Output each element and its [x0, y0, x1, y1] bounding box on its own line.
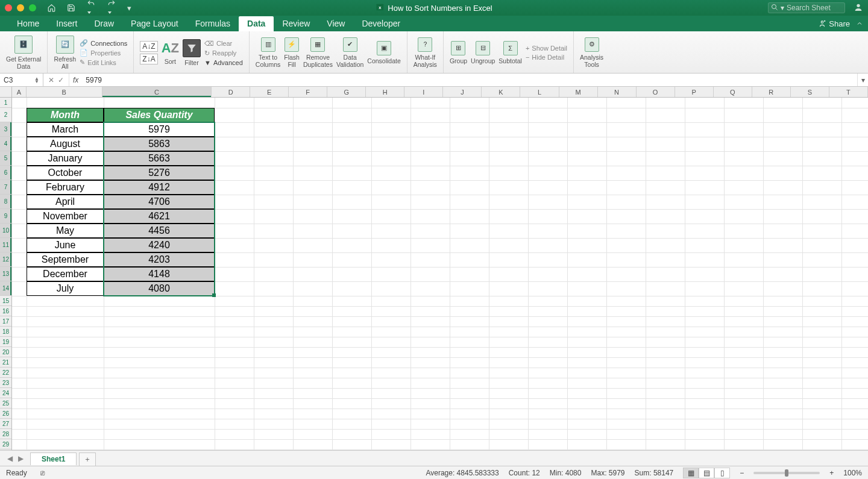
search-sheet-box[interactable]: ▾ [768, 2, 845, 13]
cell-C2[interactable]: Sales Quantity [104, 108, 215, 122]
tab-nav-prev[interactable]: ◀ [5, 454, 14, 463]
home-icon[interactable] [47, 4, 56, 12]
column-header-H[interactable]: H [366, 87, 404, 97]
add-sheet-button[interactable]: ＋ [79, 452, 96, 466]
search-sheet-input[interactable] [787, 4, 841, 12]
connections-button[interactable]: 🔗Connections [80, 39, 127, 47]
subtotal-button[interactable]: ΣSubtotal [498, 41, 522, 65]
cell-C10[interactable]: 4456 [104, 224, 215, 238]
name-box[interactable]: C3 ▲▼ [0, 74, 43, 86]
flash-fill-button[interactable]: ⚡Flash Fill [284, 37, 300, 68]
menu-tab-formulas[interactable]: Formulas [187, 16, 239, 31]
worksheet-grid[interactable]: ABCDEFGHIJKLMNOPQRST 1234567891011121314… [0, 87, 868, 450]
column-header-B[interactable]: B [27, 87, 102, 97]
cell-C6[interactable]: 5276 [104, 166, 215, 180]
cell-C13[interactable]: 4148 [104, 267, 215, 281]
menu-tab-review[interactable]: Review [274, 16, 318, 31]
column-header-J[interactable]: J [443, 87, 482, 97]
sort-button[interactable]: AZSort [162, 40, 179, 66]
cell-B13[interactable]: December [27, 267, 104, 281]
column-header-O[interactable]: O [637, 87, 675, 97]
row-header-2[interactable]: 2 [0, 108, 11, 122]
row-header-27[interactable]: 27 [0, 419, 11, 429]
row-header-16[interactable]: 16 [0, 306, 11, 316]
cell-C12[interactable]: 4203 [104, 252, 215, 267]
undo-icon[interactable] [86, 0, 96, 17]
column-header-Q[interactable]: Q [714, 87, 752, 97]
row-header-26[interactable]: 26 [0, 409, 11, 419]
normal-view-button[interactable]: ▦ [683, 468, 699, 478]
cell-B3[interactable]: March [27, 122, 104, 137]
cell-C5[interactable]: 5663 [104, 151, 215, 166]
row-header-5[interactable]: 5 [0, 151, 11, 166]
cell-C9[interactable]: 4621 [104, 209, 215, 224]
expand-formula-bar-icon[interactable]: ▾ [857, 74, 868, 86]
column-header-N[interactable]: N [598, 87, 637, 97]
cell-C14[interactable]: 4080 [104, 281, 215, 296]
column-header-E[interactable]: E [250, 87, 289, 97]
edit-links-button[interactable]: ✎Edit Links [80, 58, 116, 66]
column-header-C[interactable]: C [102, 87, 212, 97]
row-header-8[interactable]: 8 [0, 195, 11, 209]
row-header-10[interactable]: 10 [0, 224, 11, 238]
maximize-window-button[interactable] [29, 4, 36, 11]
row-header-12[interactable]: 12 [0, 252, 11, 267]
column-header-I[interactable]: I [404, 87, 443, 97]
active-cell[interactable]: 5979 [104, 122, 215, 137]
get-external-data-button[interactable]: 🗄️Get External Data [6, 36, 41, 70]
advanced-filter-button[interactable]: ▼Advanced [204, 59, 243, 66]
refresh-all-button[interactable]: 🔄Refresh All [54, 36, 76, 70]
sort-asc-button[interactable]: A↓Z [140, 41, 157, 52]
collapse-ribbon-icon[interactable] [856, 20, 863, 27]
cell-B8[interactable]: April [27, 195, 104, 209]
row-header-29[interactable]: 29 [0, 439, 11, 449]
show-detail-button[interactable]: +Show Detail [526, 45, 567, 52]
row-header-9[interactable]: 9 [0, 209, 11, 224]
row-header-13[interactable]: 13 [0, 267, 11, 281]
row-header-19[interactable]: 19 [0, 337, 11, 347]
row-header-22[interactable]: 22 [0, 368, 11, 378]
cell-C4[interactable]: 5863 [104, 137, 215, 151]
analysis-tools-button[interactable]: ⚙Analysis Tools [580, 37, 603, 68]
properties-button[interactable]: 📄Properties [80, 49, 121, 57]
clear-filter-button[interactable]: ⌫Clear [204, 40, 232, 48]
menu-tab-developer[interactable]: Developer [353, 16, 409, 31]
row-header-14[interactable]: 14 [0, 281, 11, 296]
redo-icon[interactable] [107, 0, 116, 17]
select-all-corner[interactable] [0, 87, 12, 98]
column-header-D[interactable]: D [212, 87, 250, 97]
column-header-T[interactable]: T [829, 87, 868, 97]
cell-B14[interactable]: July [27, 281, 104, 296]
row-header-6[interactable]: 6 [0, 166, 11, 180]
row-header-30[interactable]: 30 [0, 449, 11, 450]
menu-tab-page-layout[interactable]: Page Layout [122, 16, 187, 31]
page-break-view-button[interactable]: ▯ [714, 468, 730, 478]
menu-tab-data[interactable]: Data [239, 16, 274, 31]
consolidate-button[interactable]: ▣Consolidate [367, 41, 400, 65]
column-header-L[interactable]: L [520, 87, 559, 97]
cell-B9[interactable]: November [27, 209, 104, 224]
cell-C8[interactable]: 4706 [104, 195, 215, 209]
ungroup-button[interactable]: ⊟Ungroup [471, 41, 495, 65]
row-header-3[interactable]: 3 [0, 122, 11, 137]
row-header-23[interactable]: 23 [0, 378, 11, 388]
cancel-formula-icon[interactable]: ✕ [48, 76, 54, 84]
row-header-7[interactable]: 7 [0, 180, 11, 195]
cell-C11[interactable]: 4240 [104, 238, 215, 252]
row-header-15[interactable]: 15 [0, 296, 11, 306]
cell-B11[interactable]: June [27, 238, 104, 252]
cell-B10[interactable]: May [27, 224, 104, 238]
cell-B2[interactable]: Month [27, 108, 104, 122]
row-header-20[interactable]: 20 [0, 347, 11, 357]
customize-qat-icon[interactable]: ▾ [127, 4, 131, 13]
accept-formula-icon[interactable]: ✓ [58, 76, 64, 84]
row-headers[interactable]: 1234567891011121314151617181920212223242… [0, 98, 12, 450]
what-if-button[interactable]: ？What-If Analysis [414, 37, 437, 68]
reapply-button[interactable]: ↻Reapply [204, 49, 236, 57]
data-validation-button[interactable]: ✔Data Validation [336, 37, 363, 68]
share-button[interactable]: Share [818, 19, 850, 28]
column-headers[interactable]: ABCDEFGHIJKLMNOPQRST [0, 87, 868, 98]
row-header-18[interactable]: 18 [0, 327, 11, 337]
zoom-out-button[interactable]: − [740, 469, 744, 477]
row-header-1[interactable]: 1 [0, 98, 11, 108]
